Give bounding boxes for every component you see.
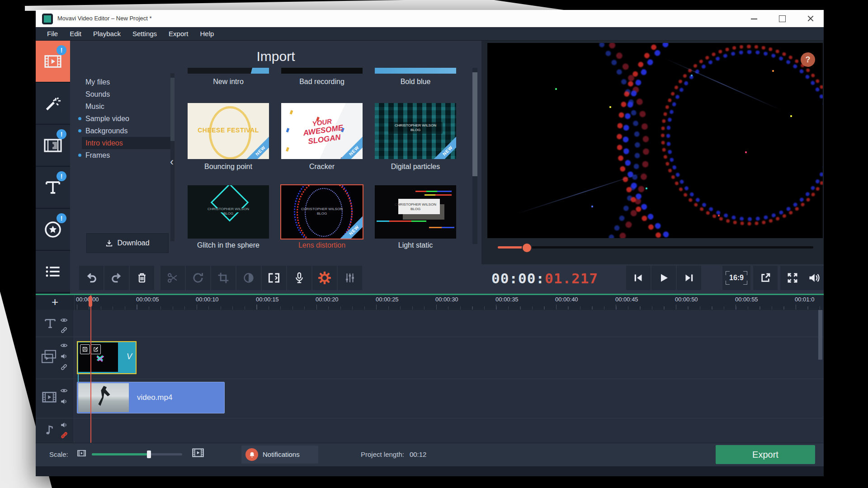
template-card-glitch-in-the-sphere[interactable]: CHRISTOPHER WILSON BLOG	[188, 185, 269, 239]
template-card-lens-distortion[interactable]: CHRISTOPHER WILSON BLOG NEW	[281, 185, 363, 239]
crop-button[interactable]	[211, 266, 236, 290]
project-length: Project length:00:12	[361, 443, 426, 466]
speaker-icon[interactable]	[60, 398, 68, 405]
sidebar-item-titles[interactable]: !	[36, 167, 70, 208]
overlay-clip-label: V	[127, 352, 132, 361]
app-window: Movavi Video Editor – New Project * File…	[36, 10, 824, 476]
zoom-in-film-icon[interactable]	[192, 448, 204, 458]
playhead-line[interactable]	[90, 295, 91, 443]
maximize-button[interactable]	[772, 10, 793, 27]
audio-levels-button[interactable]	[338, 266, 362, 290]
undo-button[interactable]	[79, 266, 104, 290]
playhead-marker[interactable]	[89, 296, 92, 307]
play-button[interactable]	[651, 266, 676, 290]
color-adjustments-button[interactable]	[236, 266, 261, 290]
category-intro-videos[interactable]: Intro videos	[85, 137, 168, 149]
category-backgrounds[interactable]: Backgrounds	[85, 125, 168, 137]
link-icon[interactable]	[60, 363, 68, 371]
fullscreen-button[interactable]	[780, 266, 805, 290]
volume-button[interactable]	[805, 266, 824, 290]
ruler-tick-label: 00:00:05	[136, 296, 159, 303]
category-sample-video[interactable]: Sample video	[85, 113, 168, 125]
template-thumbnail-bold-blue[interactable]	[375, 68, 456, 74]
menu-edit[interactable]: Edit	[64, 30, 87, 38]
timeline-tracks[interactable]	[36, 310, 824, 443]
notification-badge: !	[57, 213, 66, 223]
track-separator	[36, 418, 824, 418]
templates-scrollbar-thumb[interactable]	[472, 72, 477, 176]
close-button[interactable]	[800, 10, 821, 27]
rotate-button[interactable]	[186, 266, 210, 290]
menu-export[interactable]: Export	[163, 30, 194, 38]
ruler-major-ticks	[74, 305, 824, 310]
transition-wizard-button[interactable]	[262, 266, 286, 290]
link-icon[interactable]	[60, 326, 68, 334]
sidebar-item-import[interactable]: !	[36, 41, 70, 82]
corner-bracket	[726, 281, 730, 285]
template-thumbnail-new-intro[interactable]	[188, 68, 269, 74]
category-scrollbar-thumb[interactable]	[170, 78, 175, 141]
scale-slider-handle[interactable]	[147, 450, 151, 458]
save-clip-button[interactable]	[80, 344, 90, 354]
record-audio-button[interactable]	[287, 266, 311, 290]
timeline-ruler[interactable]: 00:00:00 00:00:05 00:00:10 00:00:15 00:0…	[36, 295, 824, 310]
video-clip[interactable]: video.mp4	[77, 382, 225, 413]
clip-properties-button[interactable]	[312, 266, 337, 290]
download-button[interactable]: Download	[86, 233, 169, 253]
overlay-clip[interactable]: V	[77, 341, 137, 374]
preview-video[interactable]	[487, 43, 823, 238]
template-card-digital-particles[interactable]: CHRISTOPHER WILSON BLOG NEW	[375, 103, 456, 159]
add-track-button[interactable]: +	[36, 295, 75, 310]
sidebar-item-filters[interactable]	[36, 83, 70, 124]
contrast-icon	[243, 272, 255, 284]
menu-help[interactable]: Help	[194, 30, 220, 38]
menu-settings[interactable]: Settings	[127, 30, 163, 38]
collapse-panel-chevron[interactable]: ‹	[170, 155, 174, 168]
template-label: Digital particles	[375, 163, 456, 171]
unlink-audio-icon[interactable]	[60, 431, 68, 439]
seek-bar[interactable]	[498, 246, 813, 249]
notifications-button[interactable]: Notifications	[241, 446, 318, 464]
rotate-icon	[192, 272, 204, 284]
scale-slider-fill	[92, 453, 150, 455]
edit-clip-button[interactable]	[91, 344, 101, 354]
sidebar-item-more-tools[interactable]	[36, 251, 70, 292]
sidebar-item-transitions[interactable]: !	[36, 125, 70, 166]
tracks-scrollbar-thumb[interactable]	[818, 310, 822, 360]
titles-icon	[44, 179, 61, 196]
aspect-ratio-button[interactable]: 16:9	[722, 266, 750, 290]
redo-button[interactable]	[104, 266, 129, 290]
menu-file[interactable]: File	[41, 30, 64, 38]
category-music[interactable]: Music	[85, 100, 168, 113]
eye-icon[interactable]	[60, 387, 68, 394]
track-header-column	[36, 310, 74, 443]
category-my-files[interactable]: My files	[85, 76, 168, 88]
template-card-light-static[interactable]: CHRISTOPHER WILSON BLOG	[375, 185, 456, 239]
seek-handle[interactable]	[522, 243, 532, 253]
play-icon	[658, 272, 669, 283]
eye-icon[interactable]	[60, 316, 68, 324]
help-button[interactable]: ?	[801, 52, 815, 67]
speaker-icon[interactable]	[60, 352, 68, 360]
template-card-cracker[interactable]: YOUR AWESOME SLOGAN NEW	[281, 103, 363, 159]
zoom-out-film-icon[interactable]	[77, 450, 86, 457]
speaker-icon[interactable]	[60, 421, 68, 429]
export-button[interactable]: Export	[716, 445, 815, 464]
template-card-bouncing-point[interactable]: CHEESE FESTIVAL NEW	[188, 103, 269, 159]
detach-player-button[interactable]	[753, 266, 778, 290]
skip-forward-button[interactable]	[677, 266, 701, 290]
eye-icon[interactable]	[60, 342, 68, 349]
category-sounds[interactable]: Sounds	[85, 88, 168, 100]
panel-title: Import	[185, 49, 366, 64]
menu-playback[interactable]: Playback	[87, 30, 127, 38]
delete-button[interactable]	[130, 266, 154, 290]
sidebar-item-stickers[interactable]: !	[36, 209, 70, 250]
cut-button[interactable]	[160, 266, 185, 290]
corner-bracket	[726, 271, 730, 275]
category-frames[interactable]: Frames	[85, 149, 168, 161]
template-thumbnail-bad-recording[interactable]	[281, 68, 363, 74]
fullscreen-icon	[787, 272, 798, 284]
minimize-button[interactable]	[744, 10, 764, 27]
skip-back-button[interactable]	[626, 266, 651, 290]
bell-icon	[245, 448, 258, 461]
